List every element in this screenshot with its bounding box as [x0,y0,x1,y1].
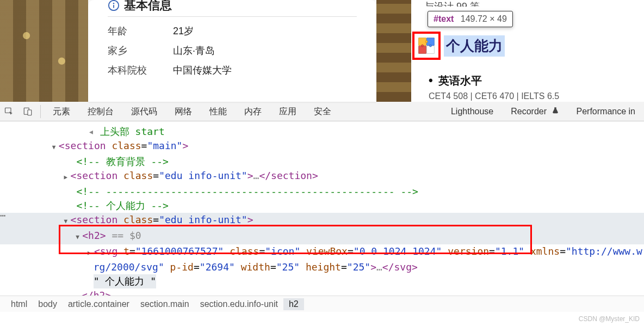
dom-line[interactable]: ◂ 上头部 start [0,125,644,139]
tab-memory[interactable]: 内存 [236,102,270,121]
info-value: 21岁 [173,24,194,38]
tab-security[interactable]: 安全 [305,102,340,121]
dom-line[interactable]: <section class="edu info-unit"> [0,213,644,229]
watermark: CSDN @Myster_KID [579,315,640,323]
crumb-html[interactable]: html [5,298,33,310]
crumb-h2[interactable]: h2 [283,298,304,310]
svg-rect-2 [113,5,114,8]
tab-console[interactable]: 控制台 [79,102,122,121]
dom-line-svg[interactable]: <svg t="1661000767527" class="icon" view… [0,244,644,260]
dom-line[interactable]: <!-- 个人能力 --> [0,199,644,213]
svg-rect-12 [28,110,32,115]
tab-lighthouse[interactable]: Lighthouse [442,102,502,121]
info-row-school: 本科院校 中国传媒大学 [108,64,357,77]
dom-line-selected[interactable]: <h2> == $0 [0,229,644,244]
tab-network[interactable]: 网络 [166,102,201,121]
svg-rect-5 [419,46,426,54]
devtools-tabbar: 元素 控制台 源代码 网络 性能 内存 应用 安全 Lighthouse Rec… [0,102,644,121]
info-label: 本科院校 [108,64,173,77]
svg-rect-6 [427,46,435,54]
tooltip-dims: 149.72 × 49 [461,14,507,23]
bullet-sub-partial: CET4 508 | CET6 470 | IELTS 6.5 [429,91,559,101]
tab-recorder-label: Recorder [511,107,547,116]
tooltip-node: #text [434,14,454,23]
info-value: 中国传媒大学 [173,64,232,77]
dom-line-svg[interactable]: rg/2000/svg" p-id="2694" width="25" heig… [0,260,644,274]
dom-line[interactable]: </h2> [0,288,644,296]
truncated-line: 与设计 99 等 [424,0,644,7]
english-level-section: 英语水平 [429,73,482,88]
tab-recorder[interactable]: Recorder [502,102,567,121]
decorative-bg [0,0,88,102]
svg-rect-3 [419,38,426,46]
tab-sources[interactable]: 源代码 [122,102,166,121]
inspect-tooltip: #text 149.72 × 49 [428,11,513,27]
flask-icon [552,102,559,121]
device-toolbar-button[interactable] [18,102,37,121]
svg-point-7 [425,40,428,42]
dom-line[interactable]: <!-- 教育背景 --> [0,155,644,169]
elements-panel[interactable]: ◂ 上头部 start <section class="main"> <!-- … [0,121,644,296]
info-row-age: 年龄 21岁 [108,24,357,38]
overflow-ellipsis: ⋯ [0,208,6,223]
puzzle-icon [417,36,436,55]
page-preview: 基本信息 年龄 21岁 家乡 山东·青岛 本科院校 中国传媒大学 与设计 99 … [0,0,644,102]
tab-application[interactable]: 应用 [270,102,305,121]
info-row-hometown: 家乡 山东·青岛 [108,44,357,57]
card-divider [108,16,357,17]
card-title-text: 基本信息 [124,0,172,11]
svg-point-9 [429,45,431,47]
toolbar-separator [40,105,41,118]
crumb-body[interactable]: body [33,298,63,310]
tab-perf-insights[interactable]: Performance in [568,102,645,121]
card-title: 基本信息 [108,0,357,11]
svg-point-8 [421,45,423,47]
crumb-section-edu[interactable]: section.edu.info-unit [195,298,283,310]
basic-info-card: 基本信息 年龄 21岁 家乡 山东·青岛 本科院校 中国传媒大学 [88,0,376,102]
tab-performance[interactable]: 性能 [201,102,236,121]
bullet-heading: 英语水平 [429,73,482,88]
svg-point-1 [113,3,115,4]
dom-text-node[interactable]: " 个人能力 " [0,274,644,288]
tab-elements[interactable]: 元素 [44,102,79,121]
info-value: 山东·青岛 [173,44,215,57]
info-label: 年龄 [108,24,173,38]
info-label: 家乡 [108,44,173,57]
info-icon [108,0,120,11]
ability-heading-highlighted: 个人能力 [444,35,505,57]
crumb-article[interactable]: article.container [63,298,135,310]
dom-line[interactable]: <section class="main"> [0,139,644,155]
crumb-section-main[interactable]: section.main [135,298,195,310]
dom-line[interactable]: <section class="edu info-unit">…</sectio… [0,169,644,184]
highlighted-icon-box [412,32,441,60]
preview-bg-mid [376,0,411,102]
preview-bg-left [0,0,88,102]
dom-line[interactable]: <!-- -----------------------------------… [0,184,644,199]
breadcrumb-bar: html body article.container section.main… [0,296,644,312]
inspect-element-button[interactable] [0,102,18,121]
svg-rect-4 [427,38,435,46]
